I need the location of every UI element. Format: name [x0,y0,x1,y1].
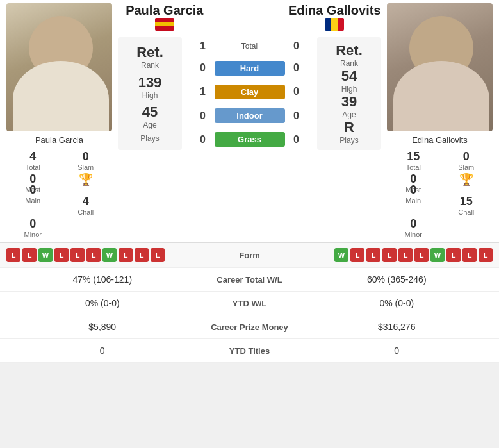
ytd-wl-row: 0% (0-0) YTD W/L 0% (0-0) [0,292,499,315]
form-badge: W [334,248,348,262]
main-container: Paula Garcia 4 Total 0 Slam 0 Mast 🏆 [0,0,499,363]
left-high-item: 139 High [138,74,162,100]
right-trophy-cell: 🏆 [443,172,490,194]
form-badge: W [38,248,53,262]
form-badge: L [22,248,37,262]
left-rank-panel: Ret. Rank 139 High 45 Age Plays [118,37,182,150]
right-form: WLLLLLWLLL [301,248,493,262]
right-player-photo [387,3,493,131]
left-minor-stat: 0 Minor [10,217,56,238]
left-stats-grid: 4 Total 0 Slam 0 Mast 🏆 0 Main [3,150,115,238]
score-indoor: 0 Indoor 0 [184,108,315,123]
form-badge: W [430,248,445,262]
form-badge: L [135,248,149,262]
left-plays-item: Plays [140,134,159,143]
left-age-item: 45 Age [142,104,158,129]
form-badge: W [102,248,117,262]
right-player-col: Edina Gallovits 15 Total 0 Slam 0 Mast 🏆 [384,3,496,238]
form-badge: L [86,248,101,262]
form-badge: L [70,248,85,262]
form-badge: L [446,248,461,262]
hard-surface-tag: Hard [215,61,285,76]
clay-surface-tag: Clay [215,85,285,99]
form-badge: L [462,248,477,262]
scores-area: Ret. Rank 139 High 45 Age Plays [118,37,381,150]
right-total-stat: 15 Total [390,150,437,171]
right-rank-panel: Ret. Rank 54 High 39 Age R Plays [317,37,381,150]
top-section: Paula Garcia 4 Total 0 Slam 0 Mast 🏆 [0,0,499,242]
left-form: LLWLLLWLLL [6,248,199,262]
left-flag [118,18,211,35]
spain-flag-icon [155,18,174,31]
right-slam-stat: 0 Slam [443,150,490,171]
middle-scores: 1 Total 0 0 Hard 0 1 Clay 0 [184,37,315,150]
left-main-stat: 0 Main [10,183,56,216]
center-panel: Paula Garcia Edina Gallovits [118,3,381,238]
form-badge: L [350,248,364,262]
right-minor-stat: 0 Minor [390,217,437,238]
form-badge: L [414,248,429,262]
score-clay: 1 Clay 0 [184,85,315,99]
form-badge: L [398,248,413,262]
form-label: Form [199,251,301,260]
right-rank-item: Ret. Rank [336,42,363,68]
left-player-name: Paula Garcia [35,135,83,145]
left-name-header: Paula Garcia [118,3,211,35]
right-age-item: 39 Age [341,94,357,119]
form-badge: L [366,248,380,262]
left-player-col: Paula Garcia 4 Total 0 Slam 0 Mast 🏆 [3,3,115,238]
right-flag [288,18,382,35]
form-badge: L [119,248,133,262]
right-stats-grid: 15 Total 0 Slam 0 Mast 🏆 0 Main [384,150,496,238]
prize-money-row: $5,890 Career Prize Money $316,276 [0,315,499,339]
left-trophy-icon: 🏆 [79,172,93,187]
form-row: LLWLLLWLLL Form WLLLLLWLLL [0,243,499,268]
form-badge: L [6,248,20,262]
left-player-photo [6,3,112,131]
bottom-stats: LLWLLLWLLL Form WLLLLLWLLL 47% (106-121)… [0,242,499,363]
left-chall-stat: 4 Chall [63,195,110,216]
names-bar: Paula Garcia Edina Gallovits [118,3,381,35]
right-main-stat: 0 Main [390,183,437,216]
left-total-stat: 4 Total [10,150,56,171]
left-trophy-cell: 🏆 [63,172,110,194]
ytd-titles-row: 0 YTD Titles 0 [0,339,499,363]
form-badge: L [479,248,493,262]
right-chall-stat: 15 Chall [443,195,490,216]
score-total: 1 Total 0 [184,40,315,52]
form-badge: L [382,248,397,262]
right-name-header: Edina Gallovits [288,3,382,35]
right-trophy-icon: 🏆 [459,172,473,187]
indoor-surface-tag: Indoor [215,108,285,123]
right-player-name: Edina Gallovits [412,135,468,145]
right-plays-item: R Plays [339,119,358,145]
score-grass: 0 Grass 0 [184,132,315,147]
score-hard: 0 Hard 0 [184,61,315,76]
form-badge: L [54,248,69,262]
romania-flag-icon [325,18,344,31]
form-badge: L [151,248,165,262]
left-slam-stat: 0 Slam [63,150,110,171]
career-wl-row: 47% (106-121) Career Total W/L 60% (365-… [0,268,499,292]
grass-surface-tag: Grass [215,132,285,147]
left-rank-item: Ret. Rank [136,44,163,70]
right-high-item: 54 High [341,68,357,94]
